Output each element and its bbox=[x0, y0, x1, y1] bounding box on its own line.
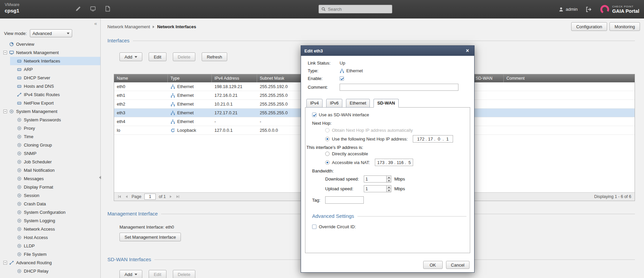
upload-speed-input[interactable] bbox=[364, 186, 386, 192]
loopback-icon bbox=[170, 128, 175, 133]
next-hop-ip-input[interactable] bbox=[413, 135, 453, 143]
advanced-routing-icon bbox=[9, 260, 14, 265]
add-button[interactable]: Add bbox=[119, 52, 142, 61]
cancel-button[interactable]: Cancel bbox=[446, 261, 469, 269]
configuration-button[interactable]: Configuration bbox=[571, 22, 607, 31]
refresh-button[interactable]: Refresh bbox=[202, 52, 227, 61]
sidebar-item-dhcp-server[interactable]: DHCP Server bbox=[0, 74, 100, 82]
sidebar-item-proxy[interactable]: Proxy bbox=[0, 124, 100, 132]
breadcrumb-current: Network Interfaces bbox=[157, 24, 196, 29]
section-title: Interfaces bbox=[107, 38, 130, 43]
document-icon[interactable] bbox=[105, 6, 111, 12]
sidebar-item-system-passwords[interactable]: System Passwords bbox=[0, 116, 100, 124]
edit-button[interactable]: Edit bbox=[149, 52, 166, 61]
sidebar-item-crash-data[interactable]: Crash Data bbox=[0, 200, 100, 208]
collapse-minus-icon[interactable] bbox=[3, 261, 7, 265]
sidebar-item-overview[interactable]: Overview bbox=[0, 40, 100, 48]
sidebar-item-system-configuration[interactable]: System Configuration bbox=[0, 208, 100, 216]
gear-icon bbox=[17, 243, 22, 248]
dialog-titlebar[interactable]: Edit eth3 bbox=[301, 46, 474, 56]
terminal-icon[interactable] bbox=[90, 6, 96, 12]
gear-icon bbox=[17, 193, 22, 198]
sidebar-item-time[interactable]: Time bbox=[0, 132, 100, 141]
logo-top-label: CHECK POINT bbox=[612, 5, 639, 8]
tab-ipv6[interactable]: IPv6 bbox=[326, 99, 342, 108]
use-sdwan-checkbox[interactable] bbox=[312, 113, 316, 117]
sdwan-add-button[interactable]: Add bbox=[119, 270, 142, 278]
accessible-via-nat-radio[interactable] bbox=[325, 160, 330, 165]
ok-button[interactable]: OK bbox=[423, 261, 443, 269]
stepper-down-icon[interactable] bbox=[387, 189, 391, 192]
sidebar-item-cloning-group[interactable]: Cloning Group bbox=[0, 141, 100, 149]
nat-ip-input[interactable] bbox=[375, 159, 413, 166]
upload-speed-stepper[interactable] bbox=[386, 186, 391, 192]
sidebar-item-session[interactable]: Session bbox=[0, 191, 100, 200]
delete-button[interactable]: Delete bbox=[173, 52, 196, 61]
sidebar-item-display-format[interactable]: Display Format bbox=[0, 183, 100, 191]
column-header-name[interactable]: Name bbox=[114, 74, 168, 82]
page-label: Page bbox=[132, 194, 141, 199]
page-number-input[interactable] bbox=[144, 194, 156, 200]
sidebar-item-dhcp-relay[interactable]: DHCP Relay bbox=[0, 267, 100, 275]
close-icon[interactable] bbox=[464, 47, 471, 54]
sidebar-item-messages[interactable]: Messages bbox=[0, 174, 100, 183]
download-speed-stepper[interactable] bbox=[386, 176, 391, 182]
collapse-minus-icon[interactable] bbox=[3, 51, 7, 54]
previous-page-icon[interactable] bbox=[125, 195, 129, 199]
breadcrumb-parent[interactable]: Network Management bbox=[107, 24, 150, 29]
search-box[interactable] bbox=[318, 5, 392, 13]
sidebar-collapse-handle[interactable] bbox=[98, 170, 101, 185]
sidebar-item-lldp[interactable]: LLDP bbox=[0, 242, 100, 250]
search-input[interactable] bbox=[328, 7, 390, 12]
sidebar-item-mail-notification[interactable]: Mail Notification bbox=[0, 166, 100, 174]
enable-checkbox[interactable] bbox=[340, 76, 344, 81]
column-header-comment[interactable]: Comment bbox=[504, 74, 635, 82]
sidebar-item-netflow-export[interactable]: NetFlow Export bbox=[0, 99, 100, 107]
tag-input[interactable] bbox=[325, 196, 364, 204]
tab-ipv4[interactable]: IPv4 bbox=[306, 99, 323, 108]
set-management-interface-button[interactable]: Set Management Interface bbox=[119, 233, 181, 241]
sidebar-item-network-management[interactable]: Network Management bbox=[0, 48, 100, 57]
sidebar-item-ipv4-static-routes[interactable]: IPv4 Static Routes bbox=[0, 90, 100, 99]
ethernet-icon bbox=[170, 102, 175, 107]
sdwan-delete-button[interactable]: Delete bbox=[173, 270, 196, 278]
next-page-icon[interactable] bbox=[169, 195, 173, 199]
stepper-up-icon[interactable] bbox=[387, 186, 391, 189]
sidebar-item-network-interfaces[interactable]: Network Interfaces bbox=[10, 57, 100, 65]
stepper-up-icon[interactable] bbox=[387, 176, 391, 179]
sidebar-item-network-access[interactable]: Network Access bbox=[0, 225, 100, 233]
user-menu[interactable]: admin bbox=[558, 7, 578, 12]
sidebar-collapse-icon[interactable] bbox=[94, 21, 97, 26]
edit-pencil-icon[interactable] bbox=[75, 6, 81, 12]
comment-input[interactable] bbox=[340, 84, 458, 91]
download-speed-input[interactable] bbox=[364, 176, 386, 182]
obtain-next-hop-radio[interactable] bbox=[325, 128, 330, 132]
view-mode-select[interactable]: Advanced bbox=[30, 29, 72, 37]
sidebar-item-hosts-and-dns[interactable]: Hosts and DNS bbox=[0, 82, 100, 90]
tag-label: Tag: bbox=[312, 198, 325, 203]
last-page-icon[interactable] bbox=[176, 195, 180, 199]
sidebar-item-system-logging[interactable]: System Logging bbox=[0, 216, 100, 225]
override-circuit-id-checkbox[interactable] bbox=[312, 225, 316, 229]
sidebar-item-advanced-routing[interactable]: Advanced Routing bbox=[0, 259, 100, 267]
sidebar-item-job-scheduler[interactable]: Job Scheduler bbox=[0, 158, 100, 166]
sidebar-item-system-management[interactable]: System Management bbox=[0, 107, 100, 116]
column-header-ipv4[interactable]: IPv4 Address bbox=[212, 74, 257, 82]
use-next-hop-radio[interactable] bbox=[325, 137, 330, 141]
column-header-type[interactable]: Type bbox=[168, 74, 212, 82]
sidebar-item-host-access[interactable]: Host Access bbox=[0, 233, 100, 242]
monitoring-button[interactable]: Monitoring bbox=[609, 22, 640, 31]
directly-accessible-radio[interactable] bbox=[325, 152, 330, 156]
sidebar-item-file-system[interactable]: File System bbox=[0, 250, 100, 259]
logout-icon[interactable] bbox=[586, 6, 592, 12]
first-page-icon[interactable] bbox=[117, 195, 121, 199]
column-header-sdwan[interactable]: SD-WAN bbox=[473, 74, 504, 82]
tab-sdwan[interactable]: SD-WAN bbox=[374, 99, 399, 108]
use-next-hop-label: Use the following Next Hop IP address: bbox=[332, 136, 408, 142]
tab-ethernet[interactable]: Ethernet bbox=[346, 99, 370, 108]
collapse-minus-icon[interactable] bbox=[3, 110, 7, 113]
stepper-down-icon[interactable] bbox=[387, 179, 391, 182]
sdwan-edit-button[interactable]: Edit bbox=[149, 270, 166, 278]
sidebar-item-arp[interactable]: ARP bbox=[0, 65, 100, 74]
sidebar-item-snmp[interactable]: SNMP bbox=[0, 149, 100, 158]
